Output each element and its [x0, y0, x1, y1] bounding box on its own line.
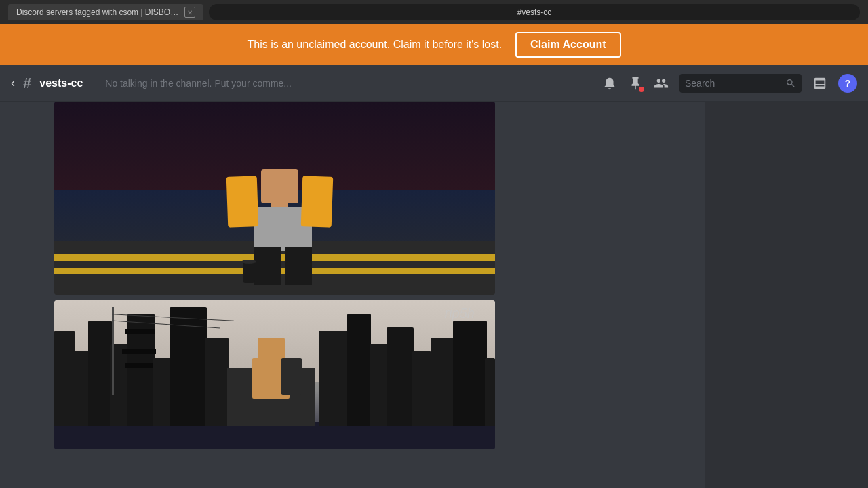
claim-banner: This is an unclaimed account. Claim it b… [0, 24, 868, 65]
address-bar[interactable]: #vests-cc [209, 4, 860, 20]
tab-close-button[interactable]: ✕ [184, 7, 195, 18]
image-embed-2: rip5h [54, 300, 495, 449]
collapse-icon[interactable]: ‹ [11, 76, 15, 90]
tab-title: Discord servers tagged with csom | DISBO… [16, 7, 179, 17]
search-placeholder: Search [685, 78, 781, 89]
browser-tab[interactable]: Discord servers tagged with csom | DISBO… [8, 4, 203, 20]
watermark: rip5h [445, 306, 475, 321]
messages-area: rip5h [0, 102, 705, 488]
inbox-icon[interactable] [812, 76, 827, 91]
header-divider [94, 74, 94, 93]
image-embed-1 [54, 102, 495, 295]
channel-name: vests-cc [39, 77, 83, 89]
claim-account-button[interactable]: Claim Account [515, 32, 620, 58]
url-text: #vests-cc [517, 7, 552, 17]
channel-header: ‹ # vests-cc No talking in the channel. … [0, 65, 868, 102]
notification-dot [639, 87, 644, 92]
claim-banner-text: This is an unclaimed account. Claim it b… [247, 39, 502, 51]
help-icon[interactable]: ? [838, 74, 857, 93]
browser-chrome: Discord servers tagged with csom | DISBO… [0, 0, 868, 24]
notification-bell-icon[interactable] [602, 76, 617, 91]
search-box[interactable]: Search [679, 74, 802, 93]
members-icon[interactable] [654, 76, 669, 91]
header-icons: Search ? [602, 74, 857, 93]
pin-icon[interactable] [628, 76, 643, 91]
main-content: rip5h [0, 102, 868, 488]
channel-topic: No talking in the channel. Put your comm… [105, 78, 594, 89]
members-sidebar [705, 102, 868, 488]
channel-hash-icon: # [23, 75, 31, 92]
search-icon [785, 78, 796, 89]
